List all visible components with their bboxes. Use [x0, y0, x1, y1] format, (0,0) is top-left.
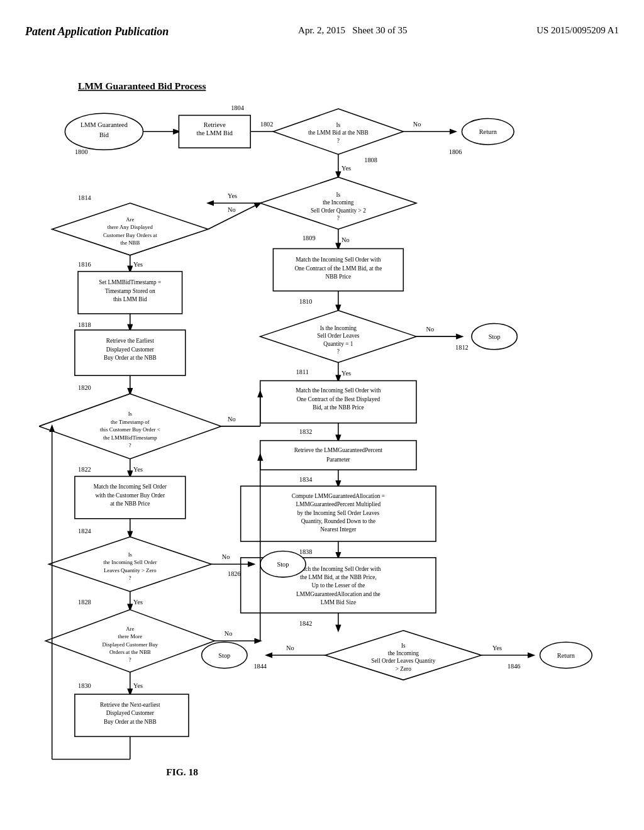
svg-text:Is the Incoming: Is the Incoming [320, 325, 357, 331]
svg-text:LMMGuaranteedPercent Multiplie: LMMGuaranteedPercent Multiplied [296, 501, 381, 507]
svg-text:Return: Return [557, 652, 575, 659]
svg-text:Yes: Yes [133, 466, 143, 473]
svg-text:the LMMBidTimestamp: the LMMBidTimestamp [103, 434, 157, 441]
svg-text:1809: 1809 [303, 235, 316, 241]
svg-text:No: No [228, 206, 236, 213]
svg-text:the LMM Bid, at the NBB Price,: the LMM Bid, at the NBB Price, [300, 574, 377, 580]
diagram-container: LMM Guaranteed Bid Process LMM Guarantee… [39, 70, 605, 830]
svg-text:?: ? [337, 215, 340, 221]
svg-text:Is: Is [128, 411, 133, 417]
svg-text:Retrieve the Next-earliest: Retrieve the Next-earliest [100, 702, 160, 708]
svg-text:1824: 1824 [78, 528, 91, 534]
patent-number: US 2015/0095209 A1 [536, 25, 619, 36]
svg-text:LMM Bid Size: LMM Bid Size [321, 599, 356, 606]
svg-text:Retrieve the LMMGuaranteedPerc: Retrieve the LMMGuaranteedPercent [294, 447, 383, 453]
svg-text:No: No [286, 645, 294, 651]
page: Patent Application Publication Apr. 2, 2… [0, 0, 644, 830]
svg-text:?: ? [129, 442, 131, 448]
svg-rect-112 [75, 330, 186, 375]
svg-text:One Contract of the LMM Bid, a: One Contract of the LMM Bid, at the [294, 265, 382, 272]
svg-text:with the Customer Buy Order: with the Customer Buy Order [96, 492, 165, 499]
svg-text:1810: 1810 [299, 298, 313, 305]
svg-text:Parameter: Parameter [326, 456, 351, 463]
svg-text:Yes: Yes [228, 192, 237, 199]
svg-text:the Incoming: the Incoming [388, 650, 419, 656]
svg-text:1846: 1846 [508, 663, 521, 670]
svg-text:1802: 1802 [260, 121, 274, 128]
svg-text:Buy Order at the NBB: Buy Order at the NBB [104, 719, 157, 725]
svg-text:LMM Guaranteed: LMM Guaranteed [80, 121, 128, 128]
svg-text:No: No [413, 121, 421, 128]
svg-text:Match the Incoming Sell Order : Match the Incoming Sell Order with [296, 257, 380, 263]
svg-text:1832: 1832 [299, 428, 313, 435]
svg-text:Yes: Yes [133, 599, 143, 606]
svg-text:1830: 1830 [78, 682, 91, 689]
svg-text:Sell Order Quantity > 2: Sell Order Quantity > 2 [311, 208, 366, 214]
svg-text:1818: 1818 [78, 321, 91, 328]
svg-text:the Incoming: the Incoming [323, 199, 354, 206]
svg-rect-59 [260, 441, 416, 470]
svg-text:Bid, at the NBB Price: Bid, at the NBB Price [313, 404, 364, 411]
svg-text:1820: 1820 [78, 384, 91, 391]
page-header: Patent Application Publication Apr. 2, 2… [25, 13, 619, 45]
svg-text:Match the Incoming Sell Order : Match the Incoming Sell Order with [296, 387, 380, 394]
svg-text:Displayed Customer Buy: Displayed Customer Buy [102, 641, 158, 648]
svg-text:the Incoming Sell Order: the Incoming Sell Order [103, 559, 157, 565]
svg-text:?: ? [129, 656, 131, 663]
svg-text:there More: there More [118, 633, 142, 639]
svg-text:by the Incoming Sell Order Lea: by the Incoming Sell Order Leaves [297, 510, 380, 516]
svg-text:Are: Are [126, 626, 134, 632]
svg-text:Yes: Yes [133, 261, 143, 268]
svg-text:No: No [341, 236, 350, 243]
svg-text:Retrieve the Earliest: Retrieve the Earliest [106, 338, 154, 344]
svg-text:Yes: Yes [492, 645, 502, 651]
svg-text:there Any Displayed: there Any Displayed [108, 224, 153, 230]
svg-text:?: ? [337, 138, 340, 144]
svg-text:Yes: Yes [133, 682, 143, 689]
patent-date: Apr. 2, 2015 Sheet 30 of 35 [298, 25, 407, 36]
svg-text:Quantity, Rounded Down to the: Quantity, Rounded Down to the [301, 518, 375, 524]
svg-text:One Contract of the Best Displ: One Contract of the Best Displayed [297, 396, 380, 402]
svg-text:Is: Is [336, 192, 341, 198]
svg-text:1806: 1806 [449, 148, 462, 155]
svg-text:Return: Return [479, 128, 497, 135]
svg-text:at the NBB Price: at the NBB Price [110, 501, 150, 507]
svg-text:Are: Are [126, 216, 134, 223]
svg-text:Quantity = 1: Quantity = 1 [323, 341, 353, 347]
svg-text:1808: 1808 [364, 157, 377, 163]
svg-text:1804: 1804 [231, 104, 244, 111]
svg-text:Displayed Customer: Displayed Customer [106, 710, 155, 716]
svg-text:Is: Is [401, 643, 406, 649]
svg-text:Displayed Customer: Displayed Customer [106, 346, 155, 353]
svg-text:> Zero: > Zero [396, 666, 411, 672]
svg-text:No: No [222, 553, 230, 560]
svg-text:Compute LMMGuaranteedAllocatio: Compute LMMGuaranteedAllocation = [292, 493, 385, 499]
svg-text:No: No [225, 630, 233, 637]
svg-text:1844: 1844 [253, 663, 267, 670]
svg-text:Is: Is [336, 122, 341, 128]
svg-text:Match the Incoming Sell Order : Match the Incoming Sell Order with [296, 566, 380, 572]
svg-text:1822: 1822 [78, 466, 91, 473]
svg-text:?: ? [337, 348, 340, 355]
svg-text:?: ? [129, 575, 131, 581]
svg-text:Nearest Integer: Nearest Integer [320, 526, 357, 533]
svg-text:the LMM Bid: the LMM Bid [197, 130, 233, 136]
svg-text:Retrieve: Retrieve [204, 121, 226, 128]
svg-text:this LMM Bid: this LMM Bid [113, 296, 147, 302]
svg-text:this Customer Buy Order <: this Customer Buy Order < [100, 426, 160, 433]
svg-text:Yes: Yes [341, 165, 351, 172]
svg-text:1811: 1811 [296, 368, 309, 375]
svg-text:Orders at the NBB: Orders at the NBB [109, 649, 151, 655]
svg-text:the LMM Bid at the NBB: the LMM Bid at the NBB [308, 130, 369, 136]
svg-text:Up to the Lesser of the: Up to the Lesser of the [311, 582, 365, 589]
svg-text:Timestamp Stored on: Timestamp Stored on [105, 288, 155, 294]
svg-text:the Timestamp of: the Timestamp of [111, 419, 150, 425]
svg-text:Bid: Bid [99, 131, 109, 138]
flowchart-svg: LMM Guaranteed Bid Process LMM Guarantee… [39, 70, 605, 830]
svg-text:1812: 1812 [455, 344, 469, 351]
svg-text:Yes: Yes [341, 370, 351, 377]
svg-text:Buy Order at the NBB: Buy Order at the NBB [104, 355, 157, 361]
svg-text:Set LMMBidTimestamp =: Set LMMBidTimestamp = [99, 279, 161, 285]
svg-text:1816: 1816 [78, 261, 91, 268]
svg-text:1838: 1838 [299, 548, 313, 555]
